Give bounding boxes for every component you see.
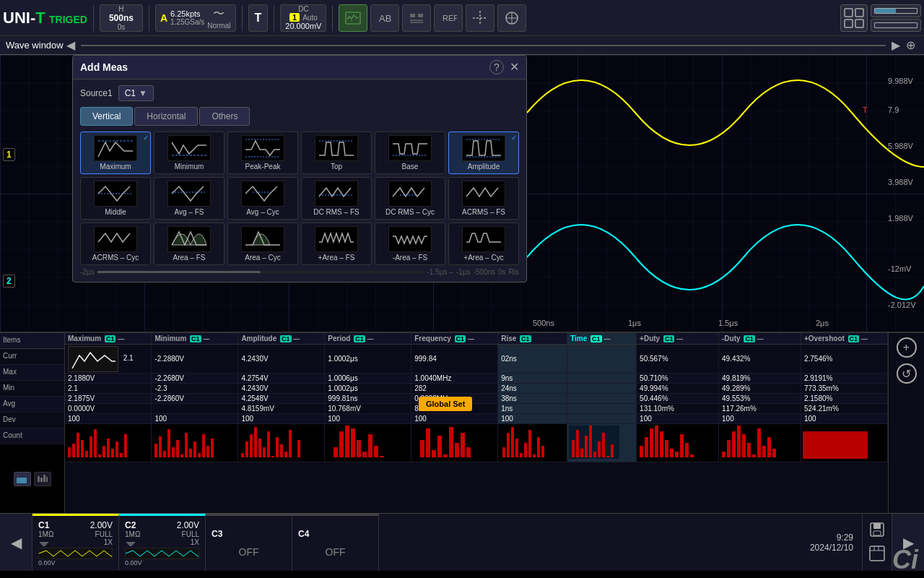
channel-a-block[interactable]: A 6.25kpts 1.25GSa/s 〜 Normal: [155, 4, 236, 32]
hist-period: [325, 424, 411, 462]
meas-maximum[interactable]: ✓ Maximum: [80, 131, 151, 174]
wave-nav-right[interactable]: ▶: [889, 38, 903, 52]
hist-btn-2[interactable]: [34, 472, 51, 486]
save-icon-btn[interactable]: [868, 521, 886, 540]
svg-rect-118: [507, 433, 510, 457]
dialog-help-btn[interactable]: ?: [489, 60, 504, 74]
global-set-btn[interactable]: Global Set: [419, 397, 472, 411]
svg-text:T: T: [863, 105, 868, 114]
source-select[interactable]: C1 ▼: [118, 85, 154, 101]
meas-dc-rms-cyc-label: DC RMS – Cyc: [385, 208, 435, 216]
table-row: 2.1875V -2.2860V 4.2548V 999.81ns 0.0002…: [65, 394, 888, 404]
c2-range: FULL: [182, 530, 199, 538]
ch4-strip-item[interactable]: C4 OFF: [292, 514, 379, 571]
run-stop-grid-btn[interactable]: [840, 4, 868, 32]
meas-middle[interactable]: Middle: [80, 177, 151, 220]
middle-icon: [94, 181, 137, 207]
wave-scrollbar[interactable]: [81, 45, 886, 46]
refresh-meas-btn[interactable]: ↺: [897, 363, 917, 384]
cursor-icon-btn[interactable]: [466, 4, 494, 32]
svg-text:1μs: 1μs: [628, 319, 641, 327]
measure-icon-btn2[interactable]: [497, 4, 526, 32]
dev-maximum: 0.0000V: [65, 404, 152, 414]
meas-acrms-fs[interactable]: ACRMS – FS: [448, 177, 519, 220]
meas-dc-rms-fs[interactable]: DC RMS – FS: [301, 177, 372, 220]
decode-icon-btn[interactable]: [402, 4, 431, 32]
dc-block[interactable]: DC 1 Auto 20.000mV: [280, 4, 326, 32]
trigger-block[interactable]: T: [248, 4, 269, 32]
meas-minus-area-fs-label: -Area – FS: [393, 254, 427, 262]
measure-icon-btn[interactable]: [339, 4, 367, 32]
svg-rect-174: [873, 531, 881, 535]
svg-rect-88: [267, 431, 270, 457]
meas-area-cyc[interactable]: Area – Cyc: [227, 223, 298, 265]
hist-amplitude: [238, 424, 325, 462]
c4-name: C4: [298, 529, 372, 539]
sample-pts: 6.25kpts: [170, 9, 204, 18]
ch3-strip-item[interactable]: C3 OFF: [206, 514, 292, 571]
meas-avg-cyc[interactable]: Avg – Cyc: [227, 177, 298, 220]
svg-rect-135: [602, 433, 605, 457]
tab-others[interactable]: Others: [199, 107, 250, 126]
prev-nav-btn[interactable]: ◀: [0, 514, 32, 571]
svg-rect-58: [94, 429, 97, 457]
plus-area-fs-icon: [315, 226, 358, 252]
meas-dc-rms-cyc[interactable]: DC RMS – Cyc: [375, 177, 445, 220]
wave-nav-left[interactable]: ◀: [64, 38, 78, 52]
meas-peak-peak[interactable]: Peak-Peak: [227, 131, 298, 174]
dropdown-arrow-icon: ▼: [139, 88, 147, 98]
wave-zoom-btn[interactable]: ⊕: [903, 38, 918, 52]
timebase-block[interactable]: H 500ns 0s: [100, 4, 143, 32]
meas-minimum[interactable]: Minimum: [154, 131, 225, 174]
meas-minus-area-fs[interactable]: -Area – FS: [375, 223, 445, 265]
dialog-close-btn[interactable]: ✕: [510, 60, 519, 74]
svg-rect-134: [598, 441, 601, 457]
meas-base[interactable]: Base: [375, 131, 445, 174]
curr-maximum: 2.1: [65, 345, 152, 374]
meas-data-scroll[interactable]: Maximum C1 — Minimum C1 — Amplitude C1 —: [65, 333, 888, 513]
settings-icon-btn[interactable]: [868, 545, 886, 564]
hist-minusduty: [719, 424, 801, 462]
meas-amplitude[interactable]: ✓ Amplitude: [448, 131, 519, 174]
svg-rect-160: [762, 446, 766, 457]
bottom-half-btn[interactable]: [871, 19, 921, 32]
svg-rect-54: [77, 433, 79, 457]
tab-horizontal[interactable]: Horizontal: [134, 107, 198, 126]
histogram-type-btns: [0, 444, 64, 513]
svg-rect-81: [240, 426, 305, 459]
meas-amplitude-label: Amplitude: [468, 163, 500, 171]
col-minimum: Minimum C1 —: [152, 333, 238, 345]
table-row: 2.1 -2.2880V 4.2430V 1.0002μs 999.84 02n…: [65, 345, 888, 374]
svg-rect-80: [211, 439, 214, 457]
plusduty-col-indicator: —: [676, 335, 683, 342]
max-plusduty: 50.710%: [637, 374, 719, 384]
meas-plus-area-fs[interactable]: +Area – FS: [301, 223, 372, 265]
dev-amplitude: 4.8159mV: [238, 404, 325, 414]
add-meas-btn[interactable]: +: [897, 337, 917, 358]
meas-top[interactable]: Top: [301, 131, 372, 174]
top-half-btn[interactable]: [871, 4, 921, 17]
meas-area-fs[interactable]: Area – FS: [154, 223, 225, 265]
tab-vertical[interactable]: Vertical: [80, 107, 133, 126]
ref-icon-btn[interactable]: REF: [434, 4, 463, 32]
svg-rect-60: [103, 446, 105, 457]
meas-avg-fs[interactable]: Avg – FS: [154, 177, 225, 220]
ch1-marker[interactable]: 1: [3, 148, 15, 161]
ch2-marker[interactable]: 2: [3, 275, 15, 288]
svg-rect-141: [650, 428, 653, 457]
meas-top-label: Top: [331, 163, 342, 171]
svg-text:9.988V: 9.988V: [888, 77, 914, 85]
scroll-hint-5: Ris: [509, 268, 519, 276]
ch1-strip-item[interactable]: C1 2.00V 1MΩ FULL 1X 0.00V: [32, 514, 119, 571]
meas-acrms-cyc[interactable]: ACRMS – Cyc: [80, 223, 151, 265]
math-icon-btn[interactable]: AB: [370, 4, 399, 32]
col-rise: Rise C1: [498, 333, 567, 345]
meas-plus-area-cyc[interactable]: +Area – Cyc: [448, 223, 519, 265]
table-row: 100 100 100 100 100 100 100 100 100: [65, 414, 888, 424]
curr-rise: 02ns: [498, 345, 567, 374]
hist-plusduty: [637, 424, 719, 462]
ch2-strip-item[interactable]: C2 2.00V 1MΩ FULL 1X 0.00V: [119, 514, 206, 571]
svg-rect-86: [258, 439, 261, 457]
hist-btn-1[interactable]: [14, 472, 31, 486]
c2-voltage: 2.00V: [177, 520, 199, 530]
